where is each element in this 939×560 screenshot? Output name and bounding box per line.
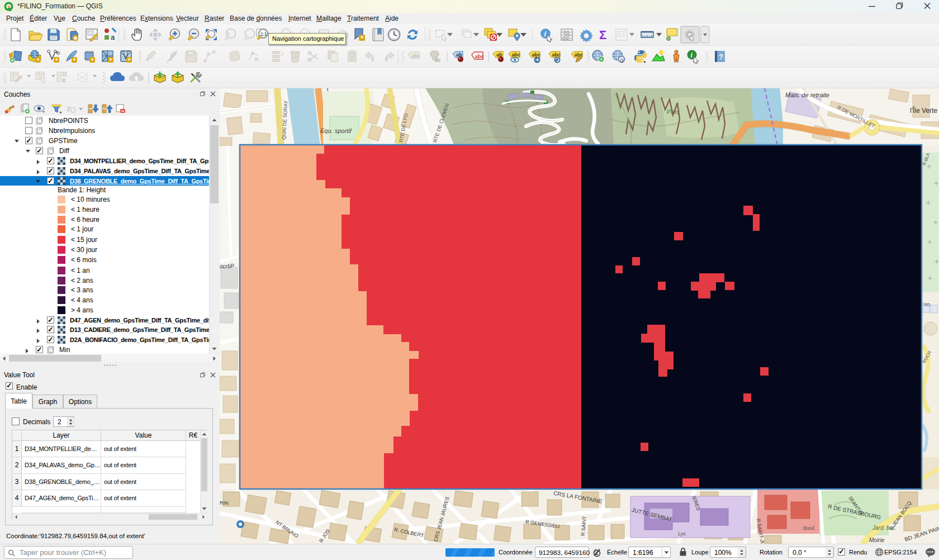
svg-text:Σ: Σ — [599, 28, 606, 42]
svg-text:1:1: 1:1 — [260, 31, 267, 37]
svg-text:Lyc.: Lyc. — [678, 531, 687, 537]
svg-text:Jard. bot.: Jard. bot. — [872, 525, 896, 531]
svg-text:abc: abc — [532, 52, 541, 58]
svg-text:ε: ε — [67, 104, 71, 113]
svg-text:ocrtiP: ocrtiP — [220, 263, 234, 269]
svg-text:RIN: RIN — [220, 500, 229, 506]
svg-text:abc: abc — [411, 53, 420, 59]
svg-text:abc: abc — [512, 52, 521, 58]
svg-text:i: i — [544, 30, 547, 38]
svg-text:ε: ε — [63, 77, 65, 83]
svg-text:RD: RD — [924, 302, 931, 307]
svg-text:a: a — [111, 33, 115, 41]
svg-text:?: ? — [719, 53, 723, 61]
svg-text:Parc: Parc — [667, 108, 680, 115]
svg-text:Basil.: Basil. — [803, 525, 815, 531]
svg-text:l'Île Verte: l'Île Verte — [910, 106, 937, 115]
svg-text:Mais. de retraite: Mais. de retraite — [785, 92, 829, 98]
svg-text:abc: abc — [575, 52, 584, 58]
svg-text:Q: Q — [620, 58, 624, 63]
svg-text:abc: abc — [475, 53, 484, 59]
svg-text:abc: abc — [552, 52, 561, 58]
svg-text:Moirie: Moirie — [869, 537, 885, 543]
svg-text:Equ. sportif: Equ. sportif — [320, 127, 352, 134]
